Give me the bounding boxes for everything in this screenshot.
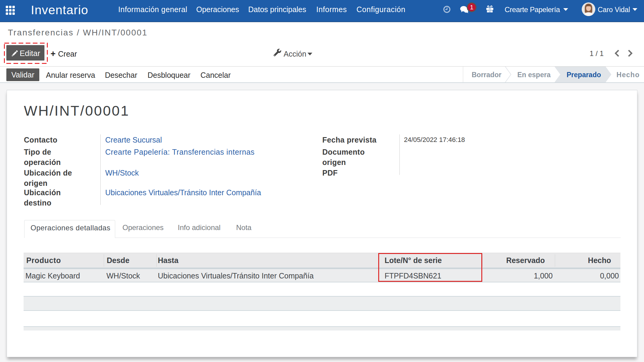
svg-text:Hecho: Hecho: [616, 71, 640, 79]
svg-text:Preparado: Preparado: [567, 71, 601, 79]
svg-text:En espera: En espera: [517, 71, 551, 79]
svg-text:Borrador: Borrador: [472, 71, 501, 79]
